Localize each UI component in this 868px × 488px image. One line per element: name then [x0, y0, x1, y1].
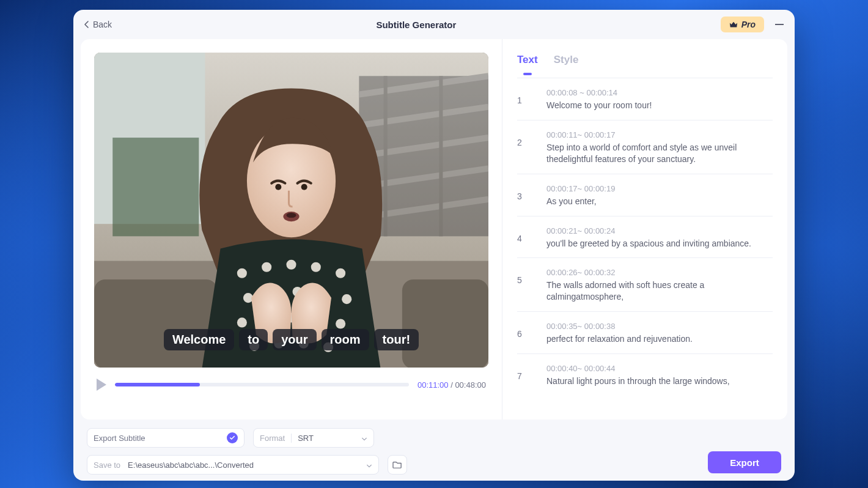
subtitle-time: 00:00:35~ 00:00:38: [546, 322, 773, 331]
subtitle-index: 5: [517, 268, 532, 303]
export-type-label: Export Subtitle: [94, 434, 145, 443]
svg-point-22: [311, 262, 321, 272]
format-select[interactable]: Format SRT: [253, 428, 374, 448]
subtitle-word: room: [322, 329, 369, 350]
titlebar: Back Subtitle Generator Pro: [73, 10, 795, 39]
current-time: 00:11:00: [417, 380, 449, 390]
subtitle-text: Natural light pours in through the large…: [546, 375, 773, 387]
svg-point-23: [336, 268, 345, 278]
subtitle-word: your: [273, 329, 316, 350]
check-icon: [227, 432, 238, 443]
progress-fill: [115, 383, 200, 386]
subtitle-list[interactable]: 1 00:00:08 ~ 00:00:14 Welcome to your ro…: [502, 78, 787, 420]
page-title: Subtitle Generator: [112, 20, 721, 30]
subtitle-item[interactable]: 6 00:00:35~ 00:00:38 perfect for relaxat…: [517, 311, 773, 353]
subtitle-index: 3: [517, 184, 532, 207]
total-time: 00:48:00: [455, 380, 486, 390]
subtitle-index: 7: [517, 364, 532, 387]
back-button[interactable]: Back: [84, 20, 112, 29]
subtitle-index: 2: [517, 130, 532, 165]
export-settings: Export Subtitle Format SRT Save to E:\ea: [87, 428, 697, 470]
subtitle-time: 00:00:11~ 00:00:17: [546, 130, 773, 139]
chevron-down-icon: [366, 462, 372, 468]
subtitle-item[interactable]: 5 00:00:26~ 00:00:32 The walls adorned w…: [517, 257, 773, 311]
left-pane: Welcome to your room tour! 00:11:00 / 00…: [81, 39, 502, 420]
subtitle-word: tour!: [374, 329, 419, 350]
subtitle-text: The walls adorned with soft hues create …: [546, 279, 773, 303]
subtitle-item[interactable]: 4 00:00:21~ 00:00:24 you'll be greeted b…: [517, 216, 773, 258]
svg-rect-13: [402, 279, 488, 368]
chevron-left-icon: [84, 21, 89, 28]
title-right: Pro: [721, 17, 784, 32]
export-button[interactable]: Export: [708, 451, 781, 473]
subtitle-item[interactable]: 3 00:00:17~ 00:00:19 As you enter,: [517, 174, 773, 216]
folder-icon: [392, 460, 402, 469]
time-separator: /: [449, 380, 455, 390]
svg-point-16: [301, 184, 307, 190]
svg-point-18: [286, 213, 296, 218]
subtitle-text: Step into a world of comfort and style a…: [546, 142, 773, 165]
tab-style[interactable]: Style: [554, 54, 579, 72]
subtitle-time: 00:00:21~ 00:00:24: [546, 226, 773, 235]
video-preview[interactable]: Welcome to your room tour!: [94, 53, 488, 368]
subtitle-index: 1: [517, 88, 532, 111]
svg-rect-2: [112, 138, 199, 236]
svg-rect-12: [94, 279, 218, 368]
saveto-label: Save to: [94, 460, 120, 470]
subtitle-index: 4: [517, 226, 532, 250]
saveto-value: E:\easeus\abc\abc\abc...\Converted: [128, 460, 359, 470]
subtitle-time: 00:00:26~ 00:00:32: [546, 268, 773, 277]
saveto-select[interactable]: Save to E:\easeus\abc\abc\abc...\Convert…: [87, 455, 379, 475]
minimize-button[interactable]: [775, 24, 784, 25]
time-display: 00:11:00 / 00:48:00: [417, 380, 486, 390]
app-window: Back Subtitle Generator Pro: [73, 10, 795, 481]
subtitle-text: perfect for relaxation and rejuvenation.: [546, 333, 773, 345]
subtitle-word: Welcome: [164, 329, 234, 350]
svg-rect-10: [439, 76, 443, 236]
subtitle-time: 00:00:40~ 00:00:44: [546, 364, 773, 373]
back-label: Back: [93, 20, 112, 29]
svg-point-19: [237, 268, 247, 278]
svg-point-20: [262, 262, 271, 272]
video-frame-illustration: [94, 53, 488, 368]
svg-point-21: [286, 260, 296, 270]
svg-point-15: [275, 184, 281, 190]
format-label: Format: [260, 434, 292, 443]
svg-point-28: [342, 294, 351, 304]
content: Welcome to your room tour! 00:11:00 / 00…: [81, 39, 787, 420]
player-controls: 00:11:00 / 00:48:00: [94, 368, 488, 392]
bottom-bar: Export Subtitle Format SRT Save to E:\ea: [73, 420, 795, 481]
crown-icon: [729, 20, 738, 29]
right-pane: Text Style 1 00:00:08 ~ 00:00:14 Welcome…: [502, 39, 787, 420]
progress-bar[interactable]: [115, 383, 409, 386]
svg-point-29: [237, 317, 247, 327]
chevron-down-icon: [361, 435, 367, 441]
play-button[interactable]: [97, 379, 106, 391]
open-folder-button[interactable]: [388, 455, 407, 475]
subtitle-index: 6: [517, 322, 532, 345]
tab-indicator: [517, 72, 773, 78]
pro-label: Pro: [741, 20, 756, 29]
subtitle-item[interactable]: 2 00:00:11~ 00:00:17 Step into a world o…: [517, 120, 773, 174]
subtitle-text: As you enter,: [546, 196, 773, 207]
subtitle-item[interactable]: 7 00:00:40~ 00:00:44 Natural light pours…: [517, 353, 773, 396]
subtitle-overlay: Welcome to your room tour!: [94, 329, 488, 350]
export-type-select[interactable]: Export Subtitle: [87, 428, 245, 448]
subtitle-item[interactable]: 1 00:00:08 ~ 00:00:14 Welcome to your ro…: [517, 78, 773, 120]
subtitle-time: 00:00:08 ~ 00:00:14: [546, 88, 773, 97]
svg-rect-9: [384, 76, 388, 236]
format-value: SRT: [298, 434, 355, 443]
svg-point-33: [336, 319, 345, 328]
tabs: Text Style: [502, 39, 787, 72]
subtitle-text: Welcome to your room tour!: [546, 100, 773, 111]
subtitle-text: you'll be greeted by a spacious and invi…: [546, 238, 773, 250]
tab-text[interactable]: Text: [517, 54, 538, 72]
pro-badge[interactable]: Pro: [721, 17, 764, 32]
subtitle-word: to: [239, 329, 268, 350]
subtitle-time: 00:00:17~ 00:00:19: [546, 184, 773, 193]
